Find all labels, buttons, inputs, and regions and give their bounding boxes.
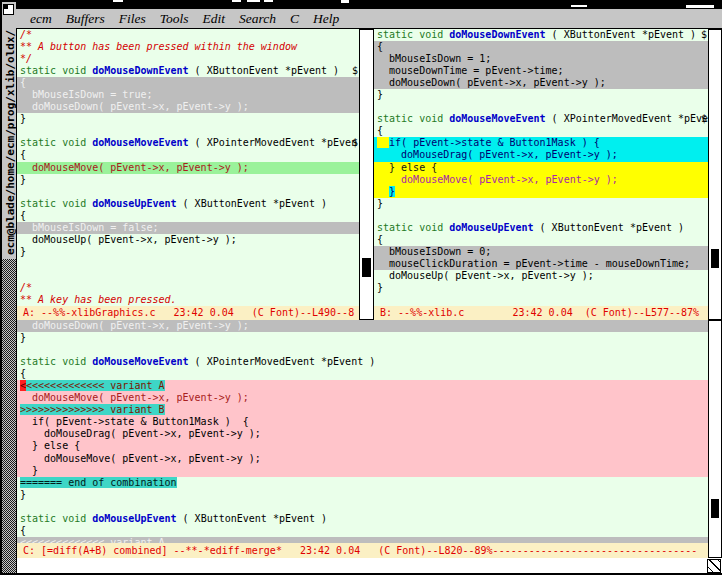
code-line: }: [17, 113, 359, 125]
code-line: if( pEvent->state & Button1Mask ) {: [374, 137, 708, 149]
code-line: static void doMouseMoveEvent ( XPointerM…: [374, 113, 708, 125]
code-segment: doMouseMoveEvent: [92, 137, 188, 148]
emacs-frame: { "window": { "vertical_title": "ecm@bla…: [0, 0, 722, 575]
buffer-a-xlibgraphics[interactable]: /*** A button has been pressed within th…: [17, 29, 359, 306]
menu-item-tools[interactable]: Tools: [160, 11, 189, 27]
code-segment: static void: [20, 65, 92, 76]
code-segment: doMouseDownEvent: [92, 65, 188, 76]
menu-item-ecm[interactable]: ecm: [30, 11, 52, 27]
code-segment: }: [20, 174, 26, 185]
code-segment: if( pEvent->state & Button1Mask ) {: [389, 137, 600, 148]
menu-item-files[interactable]: Files: [119, 11, 146, 27]
code-segment: }: [377, 198, 383, 209]
code-segment: doMouseMoveEvent: [449, 113, 545, 124]
menu-item-edit[interactable]: Edit: [203, 11, 226, 27]
code-line: [17, 344, 708, 356]
code-line: mouseDownTime = pEvent->time;: [374, 65, 708, 77]
code-segment: doMouseUpEvent: [92, 513, 176, 524]
code-segment: ( XPointerMovedEvent *pEvent ): [189, 356, 376, 367]
modeline-buffer-a[interactable]: A: --%%-xlibGraphics.c 23:42 0.04 (C Fon…: [17, 306, 359, 320]
code-line: doMouseUp( pEvent->x, pEvent->y );: [374, 270, 708, 282]
code-segment: static void: [377, 29, 449, 40]
code-segment: doMouseUpEvent: [449, 222, 533, 233]
menu-item-c[interactable]: C: [290, 11, 299, 27]
code-segment: doMouseMove( pEvent->x, pEvent->y );: [377, 174, 618, 185]
code-segment: static void: [377, 113, 449, 124]
code-segment: doMouseMove( pEvent->x, pEvent->y );: [20, 392, 249, 403]
scrollbar-buffer-b[interactable]: [708, 29, 722, 320]
scrollbar-buffer-c[interactable]: [708, 320, 722, 558]
titlebar-filler: [2, 259, 16, 573]
code-segment: }: [20, 246, 26, 257]
scrollbar-buffer-a[interactable]: [359, 29, 374, 320]
code-line: /*: [17, 282, 359, 294]
code-line: [374, 101, 708, 113]
code-line: /*: [17, 29, 359, 41]
code-segment: }: [20, 465, 38, 476]
code-segment: doMouseMoveEvent: [92, 356, 188, 367]
code-line: }: [374, 89, 708, 101]
modeline-buffer-b[interactable]: B: --%%-xlib.c 23:42 0.04 (C Font)--L577…: [374, 306, 708, 320]
code-segment: doMouseDown( pEvent->x, pEvent->y );: [20, 320, 249, 331]
code-segment: if( pEvent->state & Button1Mask ) {: [20, 416, 249, 427]
code-line: {: [374, 41, 708, 53]
code-segment: {: [20, 210, 26, 221]
code-line: doMouseDrag( pEvent->x, pEvent->y );: [17, 428, 708, 440]
echo-area[interactable]: [17, 558, 722, 573]
truncation-indicator: $: [352, 65, 358, 77]
code-line: doMouseUp( pEvent->x, pEvent->y );: [17, 234, 359, 246]
menu-item-search[interactable]: Search: [239, 11, 276, 27]
code-segment: /*: [20, 282, 32, 293]
decor-dash: [247, 0, 260, 2]
truncation-indicator: $: [701, 113, 707, 125]
code-segment: bMouseIsDown = 0;: [377, 246, 491, 257]
code-segment: doMouseDrag( pEvent->x, pEvent->y );: [377, 149, 618, 160]
code-segment: ** A key has been pressed.: [20, 294, 177, 305]
code-line: }: [17, 246, 359, 258]
code-segment: static void: [20, 198, 92, 209]
scrollbar-a-thumb[interactable]: [362, 258, 371, 277]
code-line: bMouseIsDown = 1;: [374, 53, 708, 65]
code-segment: }: [377, 89, 383, 100]
modeline-buffer-c[interactable]: C: [=diff(A+B) combined] --**-*ediff-mer…: [17, 543, 708, 558]
window-titlebar[interactable]: ecm@blade/home/ecm/prog/xlib/oldx/: [2, 2, 16, 573]
truncation-indicator: $: [701, 29, 707, 41]
resize-grip[interactable]: [707, 559, 721, 573]
code-line: static void doMouseDownEvent ( XButtonEv…: [374, 29, 708, 41]
code-segment: {: [377, 234, 383, 245]
buffer-c-merge[interactable]: doMouseDown( pEvent->x, pEvent->y );}sta…: [17, 320, 708, 543]
code-line: static void doMouseUpEvent ( XButtonEven…: [17, 513, 708, 525]
code-segment: bMouseIsDown = false;: [20, 222, 158, 233]
code-line: ** A key has been pressed.: [17, 294, 359, 306]
window-menu-icon[interactable]: [3, 4, 14, 15]
code-line: static void doMouseDownEvent ( XButtonEv…: [17, 65, 359, 77]
code-line: */: [17, 53, 359, 65]
decor-dash: [264, 0, 273, 2]
menu-item-help[interactable]: Help: [313, 11, 339, 27]
code-segment: {: [20, 368, 26, 379]
code-segment: ( XButtonEvent *pEvent ): [189, 65, 340, 76]
code-segment: ( XPointerMovedEvent *pEven: [546, 113, 708, 124]
code-line: [17, 501, 708, 513]
menu-item-buffers[interactable]: Buffers: [66, 11, 105, 27]
code-segment: {: [20, 149, 26, 160]
code-line: } else {: [17, 440, 708, 452]
code-segment: */: [20, 53, 32, 64]
decor-dash: [113, 0, 123, 2]
code-line: static void doMouseMoveEvent ( XPointerM…: [17, 356, 708, 368]
code-line: if( pEvent->state & Button1Mask ) {: [17, 416, 708, 428]
code-segment: mouseClickDuration = pEvent->time - mous…: [377, 258, 690, 269]
code-line: } else {: [374, 162, 708, 174]
code-line: <<<<<<<<<<<<<< variant A: [17, 380, 708, 392]
code-line: {: [17, 525, 708, 537]
code-line: }: [374, 198, 708, 210]
code-segment: doMouseMove( pEvent->x, pEvent->y );: [20, 453, 261, 464]
scrollbar-b-thumb[interactable]: [711, 249, 719, 268]
code-line: doMouseDown( pEvent->x, pEvent->y );: [17, 101, 359, 113]
code-line: {: [17, 77, 359, 89]
scrollbar-c-thumb[interactable]: [711, 499, 719, 518]
code-line: ======= end of combination: [17, 477, 708, 489]
code-segment: static void: [20, 356, 92, 367]
code-segment: /*: [20, 29, 32, 40]
buffer-b-xlib[interactable]: static void doMouseDownEvent ( XButtonEv…: [374, 29, 708, 306]
